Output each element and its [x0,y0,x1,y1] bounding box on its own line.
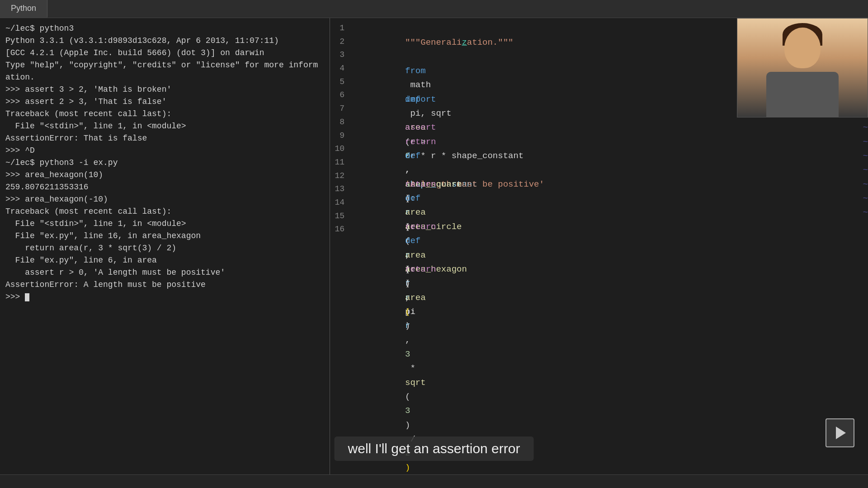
terminal-line-22: AssertionError: A length must be positiv… [5,279,324,291]
webcam-person [737,19,868,117]
play-icon [836,427,846,439]
terminal-line-1: ~/lec$ python3 [5,23,324,35]
terminal-line-8: Traceback (most recent call last): [5,108,324,120]
mult-16: * [405,363,420,373]
paren-sqrt-close: ) [405,420,410,430]
bottom-bar [0,474,868,488]
terminal-line-17: File "<stdin>", line 1, in <module> [5,218,324,230]
python-tab[interactable]: Python [0,0,47,18]
terminal-line-4: Type "help", "copyright", "credits" or "… [5,59,324,71]
webcam-body [766,72,839,117]
return-keyword-10: return [405,179,436,189]
terminal-line-15: >>> area_hexagon(-10) [5,193,324,206]
terminal-line-18: File "ex.py", line 16, in area_hexagon [5,230,324,242]
terminal-panel[interactable]: ~/lec$ python3 Python 3.3.1 (v3.3.1:d989… [0,18,330,474]
code-line-16: return area ( r , 3 * sqrt ( 3 ) / 2 ) [354,234,856,248]
def-keyword-hexagon: def [405,236,420,246]
terminal-line-16: Traceback (most recent call last): [5,206,324,218]
subtitle-bar: well I'll get an assertion error [335,436,534,461]
fn-call-area-16: area [405,293,426,303]
code-line-13: return area ( r , pi ) [354,192,856,206]
paren-close-16: ) [405,463,410,473]
return-keyword-13: return [405,222,436,232]
comma-16: , [405,335,415,345]
play-button[interactable] [826,418,854,447]
def-keyword-area: def [405,94,420,104]
terminal-line-7: >>> assert 2 > 3, 'That is false' [5,96,324,108]
fn-sqrt: sqrt [405,378,426,388]
terminal-line-13: >>> area_hexagon(10) [5,169,324,181]
main-content: ~/lec$ python3 Python 3.3.1 (v3.3.1:d989… [0,18,868,474]
terminal-line-3: [GCC 4.2.1 (Apple Inc. build 5666) (dot … [5,47,324,59]
param-r-16: r [405,321,410,331]
terminal-line-14: 259.8076211353316 [5,181,324,193]
return-expr-7: r * r * shape_constant [405,151,524,161]
terminal-line-23: >>> [5,291,324,303]
terminal-line-21: assert r > 0, 'A length must be positive… [5,267,324,279]
terminal-line-10: AssertionError: That is false [5,132,324,145]
terminal-line-11: >>> ^D [5,145,324,157]
return-keyword-7: return [405,137,436,147]
terminal-line-5: ation. [5,71,324,84]
cursor [25,293,29,301]
paren-sqrt-open: ( [405,392,410,402]
def-keyword-circle: def [405,193,420,203]
docstring: """Generalization.""" [405,38,513,47]
num-3-b: 3 [405,406,410,416]
terminal-line-6: >>> assert 3 > 2, 'Math is broken' [5,84,324,96]
code-line-11 [354,163,856,177]
from-keyword: from [405,66,426,76]
top-bar: Python [0,0,868,18]
terminal-line-2: Python 3.3.1 (v3.3.1:d9893d13c628, Apr 6… [5,35,324,47]
num-3-a: 3 [405,349,410,359]
math-module: math [405,80,436,90]
terminal-line-20: File "ex.py", line 6, in area [5,254,324,267]
code-line-14 [354,206,856,220]
terminal-line-19: return area(r, 3 * sqrt(3) / 2) [5,242,324,254]
return-keyword-16: return [405,264,436,274]
webcam-overlay [737,18,868,117]
webcam-head [784,28,821,68]
terminal-line-9: File "<stdin>", line 1, in <module> [5,120,324,132]
def-keyword-square: def [405,151,420,161]
paren-open-16: ( [405,307,410,317]
terminal-line-12: ~/lec$ python3 -i ex.py [5,157,324,169]
line-numbers: 12345 678910 1112131415 16 [330,22,352,471]
